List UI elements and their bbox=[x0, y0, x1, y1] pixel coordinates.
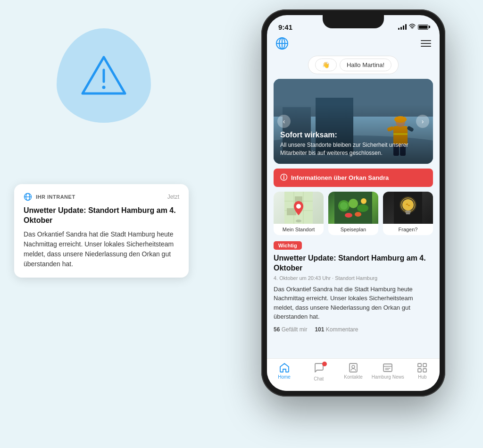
hamburger-line-2 bbox=[421, 43, 431, 44]
signal-bar-4 bbox=[405, 24, 407, 30]
food-illustration bbox=[334, 192, 372, 224]
quick-tiles: Mein Standort bbox=[274, 192, 433, 235]
news-section: Wichtig Unwetter Update: Standort Hambur… bbox=[274, 241, 433, 333]
notification-header: IHR INTRANET Jetzt bbox=[24, 193, 179, 201]
tile-map-image bbox=[274, 192, 324, 224]
signal-bar-1 bbox=[398, 28, 400, 30]
news-body: Das Orkantief Sandra hat die Stadt Hambu… bbox=[274, 285, 433, 321]
svg-point-1 bbox=[102, 85, 106, 89]
warning-triangle-icon bbox=[78, 53, 130, 98]
bulb-illustration bbox=[394, 192, 422, 224]
notification-time: Jetzt bbox=[167, 194, 179, 200]
app-header bbox=[267, 35, 440, 54]
map-background bbox=[284, 192, 313, 224]
kontakte-icon bbox=[348, 363, 358, 373]
greeting-label: Hallo Martina! bbox=[340, 59, 391, 71]
tile-dark-image bbox=[383, 192, 433, 224]
svg-point-37 bbox=[357, 204, 368, 212]
svg-point-36 bbox=[349, 199, 358, 208]
tile-fragen-label: Fragen? bbox=[383, 224, 433, 235]
signal-bar-2 bbox=[400, 27, 402, 30]
news-title: Unwetter Update: Standort Hamburg am 4. … bbox=[274, 254, 433, 273]
greeting-text: 👋 Hallo Martina! bbox=[308, 56, 399, 74]
svg-rect-53 bbox=[423, 363, 426, 367]
nav-item-kontakte[interactable]: Kontakte bbox=[336, 363, 370, 381]
chat-badge bbox=[322, 362, 327, 366]
hero-subtitle: All unsere Standorte bleiben zur Sicherh… bbox=[280, 141, 426, 157]
nav-item-hub[interactable]: Hub bbox=[405, 363, 440, 381]
nav-label-chat: Chat bbox=[314, 376, 324, 381]
nav-label-kontakte: Kontakte bbox=[344, 374, 362, 380]
hamburg-news-icon bbox=[383, 363, 393, 373]
hero-text: Sofort wirksam: All unsere Standorte ble… bbox=[280, 131, 426, 157]
news-stats: 56 Gefällt mir 101 Kommentare bbox=[274, 326, 433, 333]
home-icon bbox=[279, 363, 290, 373]
nav-item-home[interactable]: Home bbox=[267, 363, 301, 381]
hero-slider: ‹ › Sofort wirksam: All unsere Standorte… bbox=[274, 79, 433, 164]
wichtig-badge: Wichtig bbox=[274, 241, 302, 250]
bottom-nav: Home Chat bbox=[267, 358, 440, 391]
phone: 9:41 bbox=[261, 9, 445, 397]
svg-rect-55 bbox=[423, 369, 426, 372]
signal-bars-icon bbox=[398, 24, 407, 30]
svg-point-39 bbox=[355, 212, 361, 217]
alert-banner[interactable]: ⓘ Informationen über Orkan Sandra bbox=[274, 169, 433, 187]
hamburger-menu-icon[interactable] bbox=[421, 40, 431, 47]
notification-source: IHR INTRANET bbox=[24, 193, 75, 201]
comments-label: Kommentare bbox=[326, 326, 358, 333]
tile-speiseplan-label: Speiseplan bbox=[328, 224, 378, 235]
nav-item-hamburg-news[interactable]: Hamburg News bbox=[371, 363, 405, 381]
tile-fragen[interactable]: Fragen? bbox=[383, 192, 433, 235]
greeting-emoji: 👋 bbox=[315, 59, 337, 71]
svg-point-40 bbox=[361, 198, 366, 204]
hamburger-line-1 bbox=[421, 40, 431, 41]
alert-icon: ⓘ bbox=[280, 173, 287, 182]
tile-speiseplan[interactable]: Speiseplan bbox=[328, 192, 378, 235]
warning-blob bbox=[57, 28, 151, 123]
phone-screen: 9:41 bbox=[267, 15, 440, 391]
notification-title: Unwetter Update: Standort Hamburg am 4. … bbox=[24, 206, 179, 226]
battery-icon bbox=[418, 25, 428, 30]
phone-frame: 9:41 bbox=[261, 9, 445, 397]
alert-text: Informationen über Orkan Sandra bbox=[291, 174, 389, 181]
svg-rect-48 bbox=[383, 364, 392, 372]
tile-standort[interactable]: Mein Standort bbox=[274, 192, 324, 235]
signal-bar-3 bbox=[403, 25, 404, 30]
nav-item-chat[interactable]: Chat bbox=[301, 363, 336, 381]
nav-chat-wrapper bbox=[314, 363, 324, 375]
status-time: 9:41 bbox=[278, 23, 292, 31]
nav-label-home: Home bbox=[278, 374, 291, 380]
wifi-icon bbox=[409, 24, 416, 30]
phone-notch bbox=[323, 15, 384, 28]
notification-source-label: IHR INTRANET bbox=[36, 194, 75, 200]
nav-label-hub: Hub bbox=[418, 374, 426, 380]
tile-standort-label: Mein Standort bbox=[274, 224, 324, 235]
svg-point-35 bbox=[340, 202, 348, 210]
likes-count: 56 bbox=[274, 326, 280, 333]
svg-point-47 bbox=[352, 365, 355, 368]
notification-body: Das Orkantief Sandra hat die Stadt Hambu… bbox=[24, 229, 179, 269]
status-icons bbox=[398, 24, 428, 30]
scrollable-content[interactable]: 👋 Hallo Martina! bbox=[267, 54, 440, 368]
nav-label-hamburg-news: Hamburg News bbox=[372, 374, 404, 380]
svg-point-31 bbox=[296, 220, 301, 222]
battery-fill bbox=[419, 25, 427, 29]
greeting-pill: 👋 Hallo Martina! bbox=[267, 56, 440, 74]
svg-rect-54 bbox=[418, 369, 421, 372]
hub-icon bbox=[417, 363, 427, 373]
app-globe-icon bbox=[275, 37, 289, 50]
slider-arrow-left[interactable]: ‹ bbox=[277, 115, 291, 128]
hamburger-line-3 bbox=[421, 46, 431, 47]
svg-point-5 bbox=[412, 28, 413, 29]
scene: IHR INTRANET Jetzt Unwetter Update: Stan… bbox=[0, 0, 483, 448]
svg-point-38 bbox=[345, 213, 352, 218]
svg-rect-52 bbox=[418, 363, 421, 367]
likes-label: Gefällt mir bbox=[282, 326, 308, 333]
notification-card: IHR INTRANET Jetzt Unwetter Update: Stan… bbox=[14, 184, 189, 278]
likes-stat: 56 Gefällt mir bbox=[274, 326, 307, 333]
globe-icon bbox=[24, 193, 32, 201]
news-meta: 4. Oktober um 20:43 Uhr · Standort Hambu… bbox=[274, 275, 433, 281]
slider-arrow-right[interactable]: › bbox=[416, 115, 429, 128]
comments-stat: 101 Kommentare bbox=[315, 326, 358, 333]
svg-point-32 bbox=[296, 204, 301, 209]
